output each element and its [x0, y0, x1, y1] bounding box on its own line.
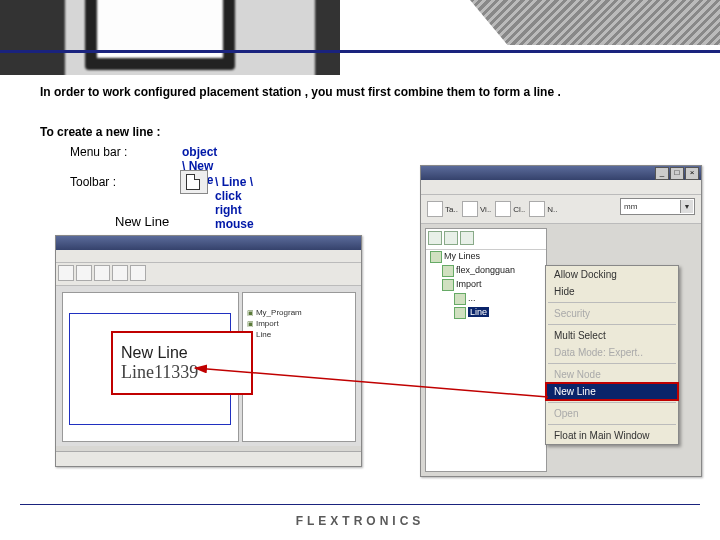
ctx-separator — [548, 302, 676, 303]
callout-value: Line11339 — [121, 362, 251, 383]
ctx-multi-select[interactable]: Multi Select — [546, 327, 678, 344]
screenshot-left-window: My_Program Import Line New Line Line1133… — [55, 235, 362, 467]
dropdown[interactable]: mm — [620, 198, 695, 215]
tree-node[interactable]: My_Program — [247, 307, 302, 318]
toolbar-button[interactable] — [94, 265, 110, 281]
folder-icon — [442, 265, 454, 277]
folder-icon — [454, 293, 466, 305]
new-line-label: New Line — [115, 214, 169, 229]
tree-node[interactable]: ... — [430, 291, 515, 305]
callout-box: New Line Line11339 — [111, 331, 253, 395]
toolbar-button[interactable]: Cl.. — [495, 201, 525, 217]
intro-text: In order to work configured placement st… — [40, 85, 561, 99]
maximize-button[interactable]: □ — [670, 167, 684, 180]
ctx-separator — [548, 424, 676, 425]
header-separator — [0, 50, 720, 53]
toolbar-label: Toolbar : — [70, 175, 116, 189]
subhead-text: To create a new line : — [40, 125, 160, 139]
left-tree-mini: My_Program Import Line — [247, 307, 302, 340]
left-statusbar — [56, 451, 361, 466]
header-pattern — [470, 0, 720, 45]
left-tree-pane: My_Program Import Line — [242, 292, 356, 442]
context-menu: Allow Docking Hide Security Multi Select… — [545, 265, 679, 445]
right-menubar — [421, 180, 701, 195]
folder-icon — [430, 251, 442, 263]
ctx-hide[interactable]: Hide — [546, 283, 678, 300]
toolbar-button[interactable]: Ta.. — [427, 201, 458, 217]
left-menubar — [56, 250, 361, 263]
toolbar-button[interactable] — [112, 265, 128, 281]
toolbar-icon — [495, 201, 511, 217]
right-titlebar: _ □ × — [421, 166, 701, 180]
ctx-open[interactable]: Open — [546, 405, 678, 422]
toolbar-icon — [529, 201, 545, 217]
toolbar-row: Toolbar : \ Line \ click right mouse — [70, 175, 116, 189]
ctx-separator — [548, 363, 676, 364]
left-titlebar — [56, 236, 361, 250]
menubar-row: Menu bar : object \ New \ Line — [70, 145, 127, 159]
folder-icon — [454, 307, 466, 319]
menubar-label: Menu bar : — [70, 145, 127, 159]
document-icon — [65, 0, 315, 75]
ctx-security[interactable]: Security — [546, 305, 678, 322]
tree-node[interactable]: Line — [247, 329, 302, 340]
tree-node[interactable]: flex_dongguan — [430, 263, 515, 277]
right-tree-pane: My Lines flex_dongguan Import ... Line — [425, 228, 547, 472]
new-document-icon — [180, 170, 208, 194]
ctx-separator — [548, 402, 676, 403]
ctx-new-line[interactable]: New Line — [546, 383, 678, 400]
ctx-data-mode-expert[interactable]: Data Mode: Expert.. — [546, 344, 678, 361]
tree-node[interactable]: Line — [430, 305, 515, 319]
toolbar-icon — [462, 201, 478, 217]
tab-icon[interactable] — [444, 231, 458, 245]
ctx-new-node[interactable]: New Node — [546, 366, 678, 383]
tree-node[interactable]: Import — [247, 318, 302, 329]
toolbar-button[interactable] — [130, 265, 146, 281]
header-icon-area — [0, 0, 340, 75]
tree-tab-icons — [426, 229, 546, 250]
footer-separator — [20, 504, 700, 505]
tree-node[interactable]: My Lines — [430, 249, 515, 263]
ctx-separator — [548, 324, 676, 325]
ctx-allow-docking[interactable]: Allow Docking — [546, 266, 678, 283]
tab-icon[interactable] — [460, 231, 474, 245]
folder-icon — [442, 279, 454, 291]
toolbar-button[interactable]: N.. — [529, 201, 557, 217]
minimize-button[interactable]: _ — [655, 167, 669, 180]
toolbar-button[interactable] — [76, 265, 92, 281]
tree-node[interactable]: Import — [430, 277, 515, 291]
right-tree: My Lines flex_dongguan Import ... Line — [430, 249, 515, 319]
tab-icon[interactable] — [428, 231, 442, 245]
footer-logo: FLEXTRONICS — [0, 514, 720, 528]
toolbar-button[interactable] — [58, 265, 74, 281]
toolbar-value: \ Line \ click right mouse — [215, 175, 254, 231]
toolbar-icon — [427, 201, 443, 217]
close-button[interactable]: × — [685, 167, 699, 180]
callout-title: New Line — [121, 344, 251, 362]
slide: In order to work configured placement st… — [0, 0, 720, 540]
toolbar-button[interactable]: Vi.. — [462, 201, 491, 217]
ctx-float-in-main[interactable]: Float in Main Window — [546, 427, 678, 444]
left-toolbar — [56, 263, 361, 286]
